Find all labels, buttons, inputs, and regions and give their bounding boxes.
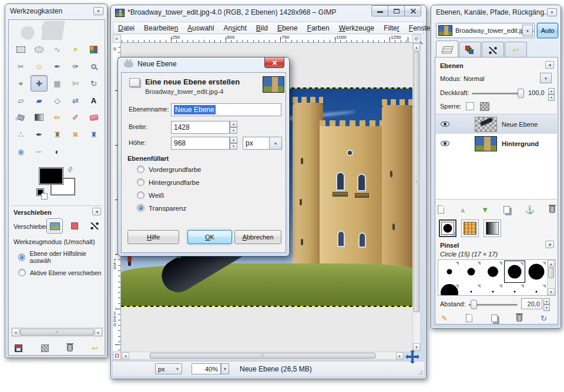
tool-ellipse-select[interactable] [31, 41, 48, 58]
tool-gradient[interactable] [31, 109, 48, 126]
menu-bearbeiten[interactable]: Bearbeiten [139, 23, 183, 33]
lower-layer-button[interactable]: ▼ [481, 206, 489, 214]
eye-icon[interactable] [441, 141, 449, 146]
tool-heal[interactable]: ✖ [67, 126, 84, 143]
tool-paintbrush[interactable]: ✐ [67, 109, 84, 126]
edit-brush-button[interactable]: ✎ [441, 315, 448, 322]
opacity-slider[interactable] [472, 93, 523, 94]
tab-channels[interactable] [459, 42, 481, 58]
ok-button[interactable]: OK [187, 230, 232, 244]
scroll-left-icon[interactable]: ◄ [12, 328, 19, 336]
brush-item[interactable] [461, 261, 482, 283]
radio-icon[interactable] [137, 204, 145, 212]
collapse-icon[interactable]: ◄ [92, 208, 101, 215]
lock-alpha-icon[interactable] [480, 102, 489, 111]
fill-type-option[interactable]: Weiß [137, 191, 202, 199]
radio-icon[interactable] [137, 165, 145, 173]
collapse-icon[interactable]: ◄ [545, 61, 554, 69]
spacing-slider-handle[interactable] [471, 300, 477, 309]
tab-undo[interactable]: ↩ [505, 42, 527, 58]
horizontal-ruler[interactable]: 25050075010001250 [121, 35, 412, 43]
delete-options-button[interactable] [67, 344, 73, 352]
close-icon[interactable] [404, 5, 421, 16]
spacing-spinner[interactable]: ▲▼ [543, 298, 550, 309]
delete-layer-button[interactable] [549, 206, 555, 213]
brush-item[interactable] [504, 261, 525, 283]
tab-gradients[interactable] [484, 219, 501, 237]
minimize-icon[interactable] [371, 5, 388, 16]
brush-item[interactable] [461, 283, 482, 295]
move-layer-button[interactable] [46, 218, 63, 234]
tool-ink[interactable]: ✒ [31, 126, 48, 143]
layer-row[interactable]: Neue Ebene [436, 114, 557, 134]
tool-paths[interactable]: ✒ [49, 58, 66, 75]
opacity-spinner[interactable]: ▲▼ [548, 88, 555, 99]
tool-dodge-burn[interactable]: ◐ [49, 143, 66, 160]
cancel-button[interactable]: Abbrechen [234, 230, 281, 244]
move-mode-option[interactable]: Aktive Ebene verschieben [18, 269, 105, 276]
tab-brushes[interactable] [439, 219, 456, 237]
canvas-hscrollbar[interactable]: ◄ ≡ ► [121, 352, 404, 360]
height-input[interactable]: 968 [171, 137, 230, 150]
swap-colors-icon[interactable]: ⇄ [66, 165, 75, 174]
quick-mask-toggle[interactable] [113, 352, 121, 360]
raise-layer-button[interactable]: ▲ [459, 206, 466, 214]
fill-type-option[interactable]: Hintergrundfarbe [137, 178, 202, 186]
opacity-slider-handle[interactable] [518, 89, 524, 98]
tool-crop[interactable]: ✄ [67, 75, 84, 92]
menu-auswahl[interactable]: Auswahl [183, 23, 219, 33]
menu-filter[interactable]: Filter [379, 23, 404, 33]
unit-select[interactable]: px [243, 137, 270, 150]
canvas-vscrollbar[interactable]: ▲ ≡ ▼ [412, 43, 421, 352]
tab-patterns[interactable] [461, 219, 479, 237]
layer-row[interactable]: Hintergrund [436, 134, 557, 153]
resize-grip[interactable] [417, 369, 423, 375]
help-button[interactable]: Hilfe [127, 230, 179, 244]
menu-ansicht[interactable]: Ansicht [219, 23, 251, 33]
close-icon[interactable]: × [547, 8, 557, 16]
brush-item[interactable] [482, 283, 503, 295]
move-selection-button[interactable] [66, 218, 83, 234]
maximize-icon[interactable] [388, 5, 405, 16]
scrollbar-thumb[interactable]: ≡ [150, 353, 375, 359]
layer-name-input[interactable]: Neue Ebene [171, 103, 281, 116]
toolbox-hscrollbar[interactable]: ◄ ≡ ► [11, 327, 103, 337]
scrollbar-thumb[interactable]: ≡ [20, 329, 94, 336]
tool-fuzzy-select[interactable]: ✶ [67, 41, 84, 58]
brush-item[interactable] [482, 261, 503, 283]
new-brush-button[interactable] [466, 314, 472, 322]
tool-scale[interactable]: ▱ [12, 92, 29, 109]
save-options-button[interactable] [15, 344, 22, 352]
lock-pixels-checkbox[interactable] [466, 102, 474, 110]
radio-icon[interactable] [137, 191, 145, 199]
zoom-follow-window-button[interactable] [412, 35, 421, 43]
fill-type-option[interactable]: Transparenz [137, 204, 202, 212]
tool-clone[interactable]: ♜ [49, 126, 66, 143]
close-icon[interactable]: × [93, 7, 103, 15]
dock-titlebar[interactable]: Ebenen, Kanäle, Pfade, Rückgäng... × [431, 5, 560, 19]
tool-shear[interactable]: ▰ [31, 92, 48, 109]
scroll-up-icon[interactable]: ▲ [413, 43, 420, 51]
duplicate-layer-button[interactable] [503, 206, 510, 214]
new-layer-button[interactable] [438, 205, 444, 214]
menu-datei[interactable]: Datei [113, 23, 139, 33]
zoom-dropdown-icon[interactable]: ▼ [221, 363, 229, 374]
scrollbar-thumb[interactable] [548, 268, 554, 278]
tool-align[interactable]: ▦ [49, 75, 66, 92]
move-path-button[interactable] [86, 218, 103, 234]
tab-paths[interactable] [482, 42, 504, 58]
menu-werkzeuge[interactable]: Werkzeuge [334, 23, 379, 33]
tool-select-by-color[interactable] [85, 41, 102, 58]
tool-text[interactable]: A [85, 92, 102, 109]
refresh-brushes-button[interactable]: ↻ [540, 315, 547, 322]
image-select-combo[interactable]: Broadway_tower_edit.jpg-4 ▼ [436, 23, 535, 38]
default-colors-icon[interactable] [37, 189, 43, 195]
tool-smudge[interactable]: ∽ [31, 143, 48, 160]
brush-item[interactable] [526, 261, 547, 283]
tool-color-picker[interactable]: ✑ [67, 58, 84, 75]
brush-scrollbar[interactable]: ▲ ▼ [547, 260, 555, 295]
tool-free-select[interactable]: ∿ [49, 41, 66, 58]
tool-perspective[interactable]: ◇ [49, 92, 66, 109]
restore-options-button[interactable] [41, 344, 49, 352]
scroll-left-icon[interactable]: ◄ [122, 352, 129, 359]
